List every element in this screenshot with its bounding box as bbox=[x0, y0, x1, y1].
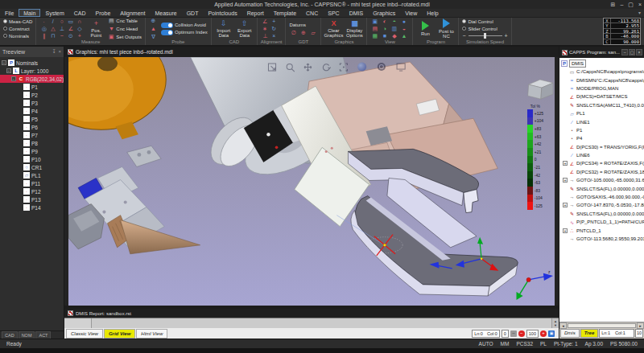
probe-toggle[interactable]: Collision Avoid bbox=[161, 22, 208, 28]
view-left-icon[interactable]: ▤ bbox=[370, 25, 379, 32]
gdt-flatness-icon[interactable]: ▱ bbox=[308, 29, 317, 36]
probe-build-icon[interactable]: ⊕ bbox=[149, 18, 158, 24]
menu-tab[interactable]: Pointclouds bbox=[203, 9, 242, 17]
slider-track[interactable] bbox=[469, 35, 502, 36]
run-button[interactable]: Run bbox=[416, 21, 434, 36]
measure-circle-icon[interactable]: ○ bbox=[57, 18, 66, 25]
statement-expander-icon[interactable]: + bbox=[563, 161, 568, 166]
menu-tab[interactable]: GDT bbox=[182, 9, 204, 17]
program-statement[interactable]: ∠ D(PCS32) = ROTATE/ZAXIS,180.000 bbox=[561, 168, 644, 176]
menu-tab[interactable]: CAD bbox=[69, 9, 91, 17]
program-maximize-button[interactable]: ▢ bbox=[629, 49, 635, 55]
view-mode-tab[interactable]: NOM bbox=[19, 331, 35, 339]
menu-tab[interactable]: Measure bbox=[150, 9, 181, 17]
report-view-tab[interactable]: Grid View bbox=[104, 329, 135, 339]
program-statement[interactable]: ∿ P(P_PNTCLD_1_1)=PATH/CURVE bbox=[561, 218, 644, 226]
close-button[interactable]: × bbox=[638, 0, 642, 9]
tree-item[interactable]: ∙ P7 bbox=[0, 131, 64, 139]
zoom-in-button[interactable]: + bbox=[540, 330, 547, 337]
ribbon-button[interactable]: ⇩ Import Data bbox=[215, 20, 233, 38]
program-statement[interactable]: ✎ SNSLCT/SA(FL),0.00000,0.00000,-1.0 bbox=[561, 184, 644, 192]
tree-item[interactable]: ∙ P10 bbox=[0, 155, 64, 163]
slider-thumb[interactable] bbox=[484, 33, 486, 39]
align-origin-icon[interactable]: + bbox=[270, 18, 279, 25]
program-view-tab[interactable]: Tree bbox=[580, 329, 599, 338]
statement-expander-icon[interactable]: + bbox=[563, 203, 568, 207]
program-statement[interactable]: • P1 bbox=[561, 126, 644, 134]
view-iso-icon[interactable]: ▣ bbox=[370, 18, 379, 25]
program-statement[interactable]: + ∴ PNTCLD_1 bbox=[561, 226, 644, 234]
menu-tab[interactable]: Report bbox=[242, 9, 269, 17]
view-front-icon[interactable]: ◐ bbox=[380, 18, 389, 25]
pin-icon[interactable]: ↧ bbox=[52, 47, 56, 57]
tree-item[interactable]: ∙ P1 bbox=[0, 83, 64, 91]
view-back-icon[interactable]: ▥ bbox=[390, 25, 398, 32]
program-statement[interactable]: ∠ D(MCS)=DATSET/MCS bbox=[561, 92, 644, 101]
gdt-position-icon[interactable]: ⊕ bbox=[299, 29, 308, 36]
measure-arc-icon[interactable]: ∩ bbox=[75, 18, 84, 25]
program-horizontal-scrollbar[interactable]: ◂ ▸ bbox=[559, 322, 644, 328]
measure-diamond-icon[interactable]: ◇ bbox=[75, 25, 84, 32]
tree-item[interactable]: ∙ P4 bbox=[0, 107, 64, 115]
tree-item[interactable]: ∙ P11 bbox=[0, 179, 64, 187]
program-statement[interactable]: + → GOTO/-147.8370,-5.0530,-17.8840 bbox=[561, 201, 644, 209]
simulation-radio[interactable]: Dial Control bbox=[462, 18, 507, 25]
ribbon-button[interactable]: ⇧ Export Data bbox=[236, 20, 254, 38]
measure-cone-icon[interactable]: △ bbox=[48, 25, 57, 32]
view-bottom-icon[interactable]: ◒ bbox=[399, 25, 408, 32]
program-statement[interactable]: → GOTO/SAXIS,-46.000,90.000,-0.0000 bbox=[561, 193, 644, 201]
program-statement[interactable]: + ∠ D(PCS34) = ROTATE/ZAXIS,F(LINE6) bbox=[561, 159, 644, 167]
program-view-tab[interactable]: Dmis bbox=[560, 329, 580, 338]
program-statement[interactable]: ✎ SNSLCT/SA(AMC11_T410),0.00000,0 bbox=[561, 101, 644, 109]
simulation-radio[interactable]: Slider Control bbox=[462, 26, 507, 32]
align-angle-icon[interactable]: ∠ bbox=[261, 18, 270, 25]
tree-item[interactable]: − C RGB(202,34,02) bbox=[0, 75, 64, 83]
3d-viewport[interactable]: z bbox=[68, 57, 555, 306]
menu-tab[interactable]: CNC bbox=[301, 9, 323, 17]
zoom-out-button[interactable]: − bbox=[518, 330, 525, 337]
tree-item[interactable]: − L Layer: 1000 bbox=[0, 67, 64, 75]
tree-item[interactable]: ▱ PL1 bbox=[0, 171, 64, 179]
tree-item[interactable]: ∙ P8 bbox=[0, 139, 64, 147]
program-root[interactable]: P DMIS bbox=[561, 59, 644, 68]
program-statement[interactable]: ✎ SNSLCT/SA(FL),0.00000,0.00000,-1.0 bbox=[561, 210, 644, 218]
view-shaded-icon[interactable]: ● bbox=[399, 18, 408, 25]
menu-tab[interactable]: View bbox=[400, 9, 422, 17]
menu-tab[interactable]: Template bbox=[269, 9, 301, 17]
program-close-button[interactable]: × bbox=[636, 49, 642, 55]
tree-item[interactable]: ∙ P3 bbox=[0, 99, 64, 107]
menu-tab[interactable]: Alignment bbox=[115, 9, 150, 17]
tree-expander-icon[interactable]: − bbox=[6, 68, 11, 73]
minimize-button[interactable]: – bbox=[620, 0, 623, 9]
program-minimize-button[interactable]: – bbox=[621, 49, 628, 55]
report-grid-cell[interactable] bbox=[64, 318, 92, 328]
scale-percent-value[interactable]: 100 bbox=[526, 330, 539, 338]
ribbon-collapse-icon[interactable]: ▾ bbox=[638, 9, 644, 17]
align-rotate-icon[interactable]: ↻ bbox=[270, 25, 279, 32]
orbit-view-icon[interactable] bbox=[378, 63, 386, 71]
program-statement[interactable]: ∠ D(PCS30) = TRANS/YORIG,F(P4) bbox=[561, 143, 644, 151]
menu-tab[interactable]: SPC bbox=[323, 9, 344, 17]
mode-radio[interactable]: Construct bbox=[3, 26, 32, 32]
dash-button[interactable]: – bbox=[510, 330, 517, 337]
view-right-icon[interactable]: ◑ bbox=[380, 25, 389, 32]
tree-item[interactable]: ∙ P9 bbox=[0, 147, 64, 155]
tree-expander-icon[interactable]: − bbox=[11, 76, 16, 81]
program-statement[interactable]: ∕ LINE6 bbox=[561, 151, 644, 159]
program-statement[interactable]: → GOTO/-113.5680,2.9550,99.2010 bbox=[561, 235, 644, 243]
statement-expander-icon[interactable]: + bbox=[563, 178, 568, 183]
tree-item[interactable]: ∙ P6 bbox=[0, 123, 64, 131]
menu-tab[interactable]: DMIS bbox=[345, 9, 369, 17]
tree-item[interactable]: ∙ P13 bbox=[0, 195, 64, 203]
program-statement[interactable]: ▱ PL1 bbox=[561, 109, 644, 117]
maximize-button[interactable]: ▢ bbox=[628, 0, 634, 9]
ribbon-button[interactable]: ▼Cnc Head bbox=[108, 25, 142, 32]
menu-tab[interactable]: File bbox=[0, 9, 19, 17]
program-statement[interactable]: ∕ LINE1 bbox=[561, 117, 644, 125]
measure-line-icon[interactable]: / bbox=[48, 18, 57, 25]
tree-item[interactable]: ∙ P14 bbox=[0, 203, 64, 211]
tree-item[interactable]: ∙ P2 bbox=[0, 91, 64, 99]
measure-perp-icon[interactable]: ⊥ bbox=[57, 25, 66, 32]
layout-button[interactable]: ⊞ bbox=[611, 0, 616, 9]
align-bestfit-icon[interactable]: ∗ bbox=[261, 25, 270, 32]
